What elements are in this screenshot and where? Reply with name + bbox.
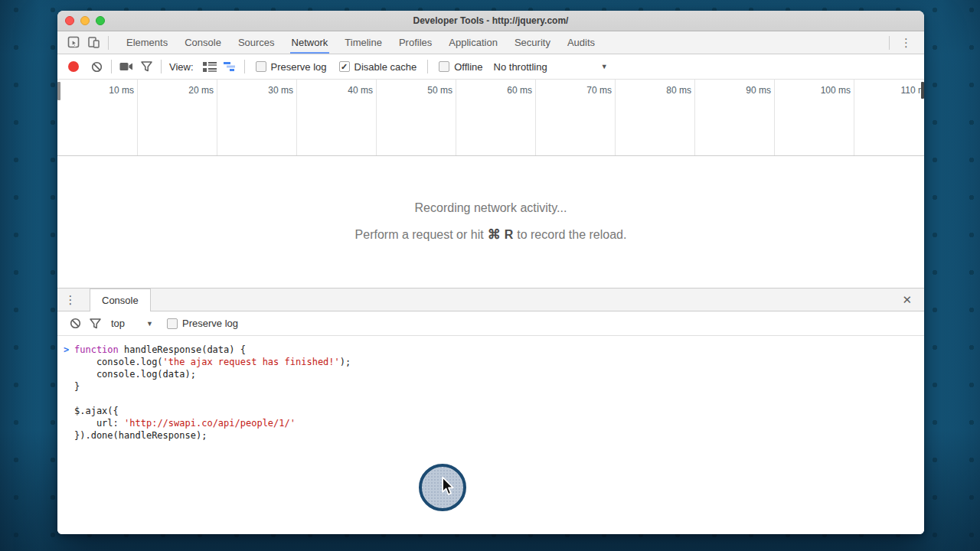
device-toolbar-icon[interactable] <box>83 33 103 53</box>
offline-label: Offline <box>454 61 482 73</box>
network-status-message: Recording network activity... Perform a … <box>57 156 924 288</box>
offline-checkbox[interactable] <box>439 61 449 72</box>
console-preserve-log-label: Preserve log <box>182 318 238 329</box>
code-line: console.log(data); <box>62 368 924 380</box>
code-gutter <box>62 356 74 368</box>
console-preserve-log-checkbox[interactable] <box>167 318 178 329</box>
tab-console[interactable]: Console <box>176 31 230 54</box>
code-gutter <box>62 429 74 442</box>
throttling-value: No throttling <box>494 61 547 73</box>
console-preserve-log-option[interactable]: Preserve log <box>167 318 238 329</box>
devtools-tabs: ElementsConsoleSourcesNetworkTimelinePro… <box>118 31 603 54</box>
code-line <box>62 393 924 405</box>
code-line: console.log('the ajax request has finish… <box>62 356 924 368</box>
code-line: $.ajax({ <box>62 405 924 417</box>
preserve-log-checkbox[interactable] <box>256 61 266 72</box>
code-segment-plain: handleResponse(data) { <box>119 344 246 356</box>
devtools-tabbar: ElementsConsoleSourcesNetworkTimelinePro… <box>57 31 924 54</box>
close-drawer-button[interactable]: ✕ <box>890 289 924 311</box>
network-toolbar: View: <box>57 54 924 80</box>
code-segment-keyword: function <box>74 344 119 356</box>
console-filter-icon[interactable] <box>85 315 105 333</box>
timeline-ruler: 10 ms20 ms30 ms40 ms50 ms60 ms70 ms80 ms… <box>57 80 924 156</box>
tab-profiles[interactable]: Profiles <box>390 31 440 54</box>
code-segment-plain: console.log( <box>74 356 163 368</box>
code-segment-plain: url: <box>74 417 124 429</box>
view-label: View: <box>169 61 194 73</box>
context-value: top <box>111 318 125 329</box>
tab-network[interactable]: Network <box>283 31 337 54</box>
console-code[interactable]: >function handleResponse(data) { console… <box>57 336 924 534</box>
hint-prefix: Perform a request or hit <box>355 228 484 242</box>
preserve-log-option[interactable]: Preserve log <box>256 61 327 73</box>
tab-security[interactable]: Security <box>506 31 559 54</box>
inspect-element-icon[interactable] <box>64 33 83 53</box>
code-line: } <box>62 380 924 393</box>
disable-cache-option[interactable]: ✓ Disable cache <box>339 61 417 73</box>
clear-console-icon[interactable] <box>65 315 85 333</box>
screenshot-camera-icon[interactable] <box>116 57 136 76</box>
tab-timeline[interactable]: Timeline <box>336 31 390 54</box>
recording-status-text: Recording network activity... <box>415 201 567 215</box>
throttling-select[interactable]: No throttling ▼ <box>494 61 608 73</box>
tab-audits[interactable]: Audits <box>559 31 603 54</box>
large-request-rows-icon[interactable] <box>200 57 220 76</box>
ruler-tick: 80 ms <box>616 80 695 155</box>
show-overview-waterfall-icon[interactable] <box>220 57 240 76</box>
disable-cache-checkbox[interactable]: ✓ <box>339 61 350 72</box>
hint-suffix: to record the reload. <box>517 228 626 242</box>
drawer-menu-icon[interactable]: ⋮ <box>57 289 83 311</box>
ruler-tick: 90 ms <box>695 80 775 155</box>
reload-hint-text: Perform a request or hit ⌘ R to record t… <box>355 227 627 243</box>
ruler-tick: 10 ms <box>57 80 138 155</box>
code-gutter <box>62 380 74 393</box>
console-tab-label: Console <box>102 295 139 306</box>
code-gutter <box>62 405 74 417</box>
console-toolbar: top ▼ Preserve log <box>57 311 924 336</box>
devtools-menu-icon[interactable]: ⋮ <box>894 37 918 48</box>
code-line: url: 'http://swapi.co/api/people/1/' <box>62 417 924 429</box>
tab-elements[interactable]: Elements <box>118 31 176 54</box>
toolbar-divider <box>108 36 109 50</box>
toolbar-divider <box>889 36 890 50</box>
toolbar-divider <box>244 60 245 73</box>
window-titlebar[interactable]: Developer Tools - http://jquery.com/ <box>57 11 924 31</box>
ruler-tick: 70 ms <box>536 80 616 155</box>
ruler-right-handle[interactable] <box>921 82 924 99</box>
code-gutter <box>62 417 74 429</box>
ruler-tick: 60 ms <box>456 80 536 155</box>
ruler-tick: 40 ms <box>297 80 377 155</box>
toolbar-divider <box>427 60 428 73</box>
r-key-symbol: R <box>505 228 514 242</box>
ruler-left-handle[interactable] <box>57 82 60 100</box>
code-segment-plain: }).done(handleResponse); <box>74 429 207 442</box>
filter-icon[interactable] <box>136 57 156 76</box>
cmd-key-symbol: ⌘ <box>488 227 501 243</box>
code-gutter <box>62 368 74 380</box>
chevron-down-icon: ▼ <box>146 320 153 328</box>
devtools-window: Developer Tools - http://jquery.com/ Ele… <box>57 11 924 534</box>
ruler-tick: 20 ms <box>138 80 217 155</box>
disable-cache-label: Disable cache <box>354 61 417 73</box>
code-segment-string: 'http://swapi.co/api/people/1/' <box>124 417 296 429</box>
code-segment-plain: ); <box>340 356 351 368</box>
preserve-log-label: Preserve log <box>271 61 327 73</box>
toolbar-divider <box>111 60 112 73</box>
ruler-tick: 30 ms <box>217 80 297 155</box>
tab-console-drawer[interactable]: Console <box>90 289 151 311</box>
record-button[interactable] <box>68 61 79 72</box>
ruler-tick: 100 ms <box>775 80 854 155</box>
checkmark-icon: ✓ <box>341 63 348 71</box>
offline-option[interactable]: Offline <box>439 61 482 73</box>
code-segment-string: 'the ajax request has finished!' <box>163 356 340 368</box>
close-icon: ✕ <box>902 293 912 307</box>
tab-sources[interactable]: Sources <box>230 31 283 54</box>
ruler-tick: 50 ms <box>377 80 456 155</box>
code-segment-plain: console.log(data); <box>74 368 196 380</box>
code-segment-plain: $.ajax({ <box>74 405 119 417</box>
tab-application[interactable]: Application <box>440 31 506 54</box>
console-drawer-header: ⋮ Console ✕ <box>57 288 924 311</box>
clear-requests-icon[interactable] <box>87 57 106 76</box>
console-prompt-icon: > <box>62 344 74 356</box>
execution-context-select[interactable]: top ▼ <box>111 318 153 329</box>
